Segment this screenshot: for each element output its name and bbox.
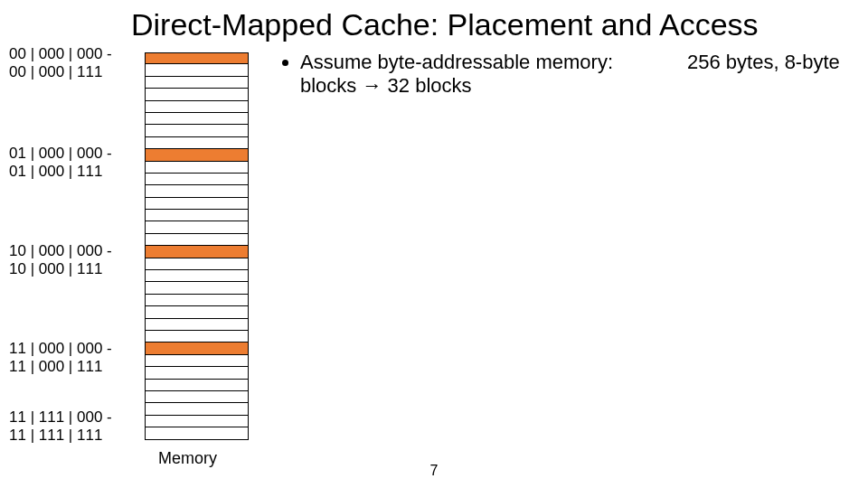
- memory-block: [145, 234, 249, 246]
- addr-line: 00 | 000 | 000 -: [9, 45, 112, 62]
- bullet-text-line2-content: blocks → 32 blocks: [300, 74, 472, 97]
- addr-line: 00 | 000 | 111: [9, 63, 102, 80]
- address-range-0: 00 | 000 | 000 - 00 | 000 | 111: [9, 45, 136, 80]
- memory-block: [145, 113, 249, 125]
- memory-block: [145, 355, 249, 367]
- address-range-1: 01 | 000 | 000 - 01 | 000 | 111: [9, 145, 136, 180]
- memory-block: [145, 319, 249, 331]
- memory-block: [145, 391, 249, 403]
- memory-block: [145, 101, 249, 113]
- addr-line: 11 | 000 | 111: [9, 358, 102, 375]
- memory-block: [145, 210, 249, 221]
- memory-block: [145, 137, 249, 149]
- addr-line: 11 | 000 | 000 -: [9, 340, 112, 357]
- memory-block: [145, 380, 249, 391]
- addr-line: 11 | 111 | 000 -: [9, 408, 112, 426]
- bullet-item: Assume byte-addressable memory: 256 byte…: [300, 51, 841, 98]
- slide-title: Direct-Mapped Cache: Placement and Acces…: [131, 7, 850, 42]
- addr-line: 10 | 000 | 111: [9, 260, 102, 277]
- addr-line: 01 | 000 | 000 -: [9, 145, 112, 162]
- memory-block: [145, 89, 249, 100]
- memory-block: [145, 331, 249, 343]
- memory-block: [145, 185, 249, 197]
- memory-block: [145, 149, 249, 161]
- memory-block: [145, 174, 249, 185]
- memory-block: [145, 282, 249, 294]
- memory-block: [145, 221, 249, 233]
- memory-block: [145, 64, 249, 76]
- address-range-3: 11 | 000 | 000 - 11 | 000 | 111: [9, 340, 136, 375]
- address-range-4: 11 | 111 | 000 - 11 | 111 | 111: [9, 408, 136, 444]
- memory-block: [145, 403, 249, 415]
- bullet-text: Assume byte-addressable memory:: [300, 51, 613, 73]
- memory-block: [145, 125, 249, 136]
- addr-line: 01 | 000 | 111: [9, 163, 102, 180]
- memory-block: [145, 77, 249, 89]
- memory-block: [145, 416, 249, 427]
- memory-block: [145, 427, 249, 439]
- bullet-text-line2: blocks → 32 blocks: [300, 74, 472, 97]
- memory-block: [145, 162, 249, 174]
- memory-block: [145, 343, 249, 354]
- memory-block: [145, 295, 249, 306]
- memory-block: [145, 367, 249, 379]
- bullet-text-tail: 256 bytes, 8-byte: [687, 51, 840, 74]
- memory-block: [145, 306, 249, 318]
- addr-line: 10 | 000 | 000 -: [9, 242, 112, 259]
- slide: Direct-Mapped Cache: Placement and Acces…: [0, 0, 868, 488]
- memory-block: [145, 52, 249, 64]
- memory-block: [145, 258, 249, 270]
- addr-line: 11 | 111 | 111: [9, 427, 102, 444]
- address-range-2: 10 | 000 | 000 - 10 | 000 | 111: [9, 242, 136, 277]
- memory-block: [145, 270, 249, 282]
- bullet-list: Assume byte-addressable memory: 256 byte…: [280, 51, 841, 103]
- memory-block: [145, 246, 249, 258]
- memory-column: [145, 52, 249, 440]
- page-number: 7: [0, 463, 868, 479]
- memory-block: [145, 198, 249, 210]
